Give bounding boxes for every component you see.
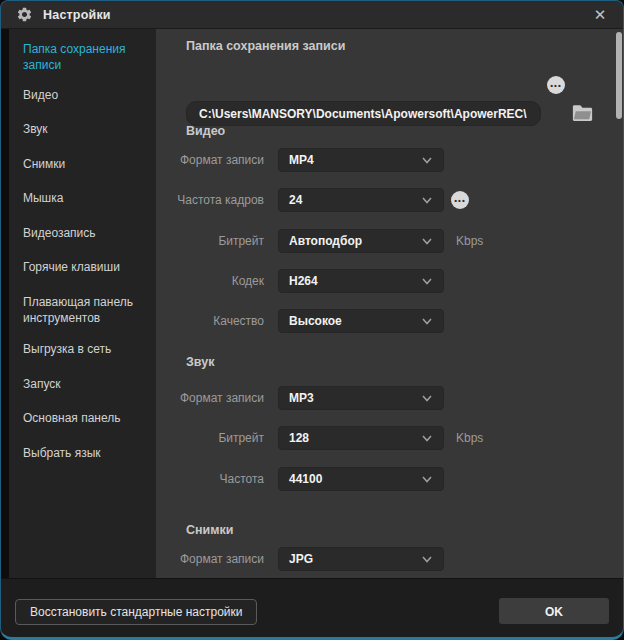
sidebar-item-snapshots[interactable]: Снимки [23, 156, 148, 172]
dropdown-value: 44100 [289, 472, 421, 486]
window-title: Настройки [43, 8, 111, 22]
open-folder-icon[interactable] [572, 103, 593, 123]
dropdown-value: MP3 [289, 391, 421, 405]
dropdown-value: Высокое [289, 314, 421, 328]
sidebar-item-video[interactable]: Видео [23, 87, 148, 103]
dropdown-value: Автоподбор [289, 234, 421, 248]
section-title-audio: Звук [186, 355, 214, 369]
sidebar-item-floating-toolbar[interactable]: Плавающая панель инструментов [23, 294, 148, 326]
sidebar-item-startup[interactable]: Запуск [23, 376, 148, 392]
sidebar-item-save-folder[interactable]: Папка сохранения записи [23, 41, 148, 73]
dropdown-value: JPG [289, 552, 421, 566]
chevron-down-icon [421, 553, 433, 565]
row-label: Битрейт [156, 229, 264, 253]
footer-bar: Восстановить стандартные настройки OK [1, 578, 623, 640]
sidebar-item-mouse[interactable]: Мышка [23, 190, 148, 206]
row-label: Качество [156, 309, 264, 333]
row-label: Битрейт [156, 426, 264, 450]
chevron-down-icon [421, 473, 433, 485]
chevron-down-icon [421, 315, 433, 327]
row-label: Формат записи [156, 547, 264, 571]
sidebar-item-recording[interactable]: Видеозапись [23, 225, 148, 241]
dropdown-value: MP4 [289, 153, 421, 167]
audio-format-dropdown[interactable]: MP3 [278, 386, 444, 410]
sidebar-item-hotkeys[interactable]: Горячие клавиши [23, 259, 148, 275]
dropdown-value: H264 [289, 274, 421, 288]
row-label: Кодек [156, 269, 264, 293]
row-label: Формат записи [156, 148, 264, 172]
title-bar: Настройки ✕ [1, 1, 623, 29]
save-path-input[interactable] [186, 101, 541, 126]
dropdown-value: 128 [289, 431, 421, 445]
row-label: Формат записи [156, 386, 264, 410]
chevron-down-icon [421, 154, 433, 166]
frame-rate-more-button[interactable]: ••• [451, 191, 469, 209]
row-label: Частота кадров [156, 188, 264, 212]
sidebar-item-main-panel[interactable]: Основная панель [23, 410, 148, 426]
gear-icon [16, 6, 33, 23]
settings-content: Папка сохранения записи ••• Видео Формат… [156, 29, 624, 578]
scrollbar-thumb[interactable] [616, 32, 622, 119]
sidebar-item-audio[interactable]: Звук [23, 121, 148, 137]
video-bitrate-dropdown[interactable]: Автоподбор [278, 229, 444, 253]
chevron-down-icon [421, 275, 433, 287]
chevron-down-icon [421, 432, 433, 444]
scrollbar-track[interactable] [615, 31, 623, 576]
sidebar: Папка сохранения записи Видео Звук Снимк… [1, 29, 156, 578]
window-edge-strip [1, 29, 9, 578]
sidebar-item-language[interactable]: Выбрать язык [23, 445, 148, 461]
sample-rate-dropdown[interactable]: 44100 [278, 467, 444, 491]
kbps-suffix: Kbps [456, 229, 483, 253]
chevron-down-icon [421, 194, 433, 206]
restore-defaults-button[interactable]: Восстановить стандартные настройки [15, 599, 257, 625]
close-icon[interactable]: ✕ [587, 1, 613, 28]
section-title-snapshots: Снимки [186, 523, 233, 537]
codec-dropdown[interactable]: H264 [278, 269, 444, 293]
browse-ellipsis-button[interactable]: ••• [547, 76, 565, 94]
settings-window: Настройки ✕ Папка сохранения записи Виде… [0, 0, 624, 640]
kbps-suffix: Kbps [456, 426, 483, 450]
snapshot-format-dropdown[interactable]: JPG [278, 547, 444, 571]
audio-bitrate-dropdown[interactable]: 128 [278, 426, 444, 450]
video-format-dropdown[interactable]: MP4 [278, 148, 444, 172]
chevron-down-icon [421, 235, 433, 247]
quality-dropdown[interactable]: Высокое [278, 309, 444, 333]
row-label: Частота [156, 467, 264, 491]
dropdown-value: 24 [289, 193, 421, 207]
chevron-down-icon [421, 392, 433, 404]
frame-rate-dropdown[interactable]: 24 [278, 188, 444, 212]
ok-button[interactable]: OK [499, 598, 609, 624]
sidebar-item-upload[interactable]: Выгрузка в сеть [23, 341, 148, 357]
section-title-video: Видео [186, 124, 225, 138]
section-title-save-folder: Папка сохранения записи [186, 39, 345, 53]
